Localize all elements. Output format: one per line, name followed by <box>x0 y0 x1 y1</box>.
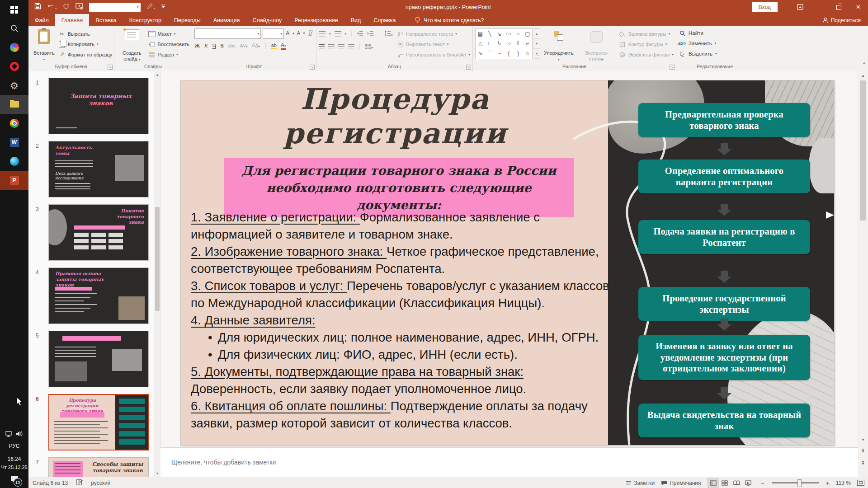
columns-icon[interactable]: ▾ <box>365 42 373 51</box>
slide-sorter-view-button[interactable] <box>719 478 731 488</box>
flow-step-5[interactable]: Изменеия в заявку или ответ на уведомлен… <box>638 335 810 380</box>
shape-effects-button[interactable]: Эффекты фигуры▾ <box>619 50 674 59</box>
font-name-combobox[interactable]: ▾ <box>194 28 261 39</box>
network-icon[interactable] <box>5 431 13 439</box>
start-slideshow-icon[interactable] <box>75 3 83 11</box>
restore-button[interactable] <box>829 0 849 14</box>
find-button[interactable]: Найти <box>679 28 751 38</box>
tab-Справка[interactable]: Справка <box>367 14 402 26</box>
quick-styles-button[interactable]: Экспресс-стили▾ <box>577 28 615 63</box>
align-center-icon[interactable] <box>328 44 335 49</box>
slide-thumbnail-4[interactable]: Правовая основа защиты товарных знаков <box>48 267 149 324</box>
powerpoint-button[interactable]: P <box>0 171 28 190</box>
shape-arrow-icon[interactable]: ↘ <box>495 29 504 38</box>
cut-button[interactable]: ✂Вырезать <box>58 29 113 38</box>
flow-step-2[interactable]: Определение оптимального варианта регист… <box>638 160 810 193</box>
fit-slide-to-window-button[interactable] <box>857 480 864 486</box>
shape-oval-icon[interactable]: ○ <box>514 29 523 38</box>
text-shadow-button[interactable]: S <box>220 42 223 49</box>
reset-button[interactable]: Восстановить <box>148 40 189 49</box>
login-button[interactable]: Вход <box>752 2 778 12</box>
clock-time[interactable]: 16:24 <box>7 456 21 462</box>
numbering-icon[interactable] <box>335 31 341 37</box>
shape-text-box-icon[interactable]: ▤ <box>476 29 485 38</box>
shape-right-arrow-icon[interactable]: ⇨ <box>504 38 514 48</box>
bullets-icon[interactable] <box>319 31 326 37</box>
app-icon-opera[interactable] <box>0 57 28 76</box>
notes-toggle-button[interactable]: Заметки <box>626 480 655 486</box>
shape-elbow-arrow-icon[interactable]: ↳ <box>495 38 504 48</box>
app-icon-colorful[interactable] <box>0 38 28 57</box>
font-dialog-launcher[interactable]: ↘ <box>310 65 315 70</box>
slideshow-view-button[interactable] <box>742 478 754 488</box>
decrease-font-button[interactable]: A▼ <box>297 28 306 38</box>
collapse-ribbon-icon[interactable]: ▲ <box>862 61 866 65</box>
highlight-color-button[interactable]: ab <box>271 42 277 49</box>
slide-thumbnail-3[interactable]: Понятие товарного знака <box>48 204 149 261</box>
tell-me-box[interactable]: Что вы хотите сделать? <box>415 14 484 26</box>
settings-button[interactable]: ⚙ <box>0 76 28 95</box>
app-icon-teal-button[interactable] <box>0 152 28 171</box>
tab-Слайд-шоу[interactable]: Слайд-шоу <box>246 14 288 26</box>
align-text-button[interactable]: Выровнять текст▾ <box>396 40 470 49</box>
zoom-slider[interactable] <box>772 482 819 483</box>
shape-triangle-icon[interactable]: △ <box>476 38 485 48</box>
save-icon[interactable] <box>34 3 41 11</box>
action-center-button[interactable]: 13 <box>10 476 19 484</box>
shape-rectangle-icon[interactable]: ▭ <box>504 29 514 38</box>
align-right-icon[interactable] <box>338 44 344 49</box>
tab-Переходы[interactable]: Переходы <box>168 14 207 26</box>
shape-rounded-rectangle-icon[interactable]: ▢ <box>523 29 533 38</box>
text-direction-button[interactable]: Направление текста▾ <box>396 29 470 38</box>
line-spacing-icon[interactable]: ▾ <box>384 30 393 38</box>
flow-step-4[interactable]: Проведение государственной экспертизы <box>638 287 810 321</box>
tab-Главная[interactable]: Главная <box>55 14 90 26</box>
previous-slide-button[interactable]: ▲▲ <box>858 446 868 455</box>
clear-formatting-button[interactable] <box>307 28 314 38</box>
clipboard-dialog-launcher[interactable]: ↘ <box>108 65 113 70</box>
change-case-button[interactable]: Aa▾ <box>252 42 260 49</box>
language-indicator[interactable]: РУС <box>9 443 19 449</box>
undo-icon[interactable]: ▾ <box>47 3 57 11</box>
select-button[interactable]: Выделить▾ <box>679 49 751 58</box>
slide-thumbnail-6[interactable]: Процедура регистрации товарного знака <box>48 394 149 450</box>
tab-Вид[interactable]: Вид <box>344 14 368 26</box>
shape-freeform-icon[interactable]: ⌐ <box>523 38 533 48</box>
file-explorer-button[interactable] <box>0 95 28 114</box>
qat-combobox[interactable]: ▾ <box>89 3 141 12</box>
normal-view-button[interactable] <box>707 478 719 488</box>
drawing-dialog-launcher[interactable]: ↘ <box>670 65 675 70</box>
character-spacing-button[interactable]: AV▾ <box>240 43 247 48</box>
bold-button[interactable]: Ж <box>194 42 200 49</box>
spell-check-icon[interactable] <box>76 479 83 487</box>
clock-date[interactable]: Чт 25.12.25 <box>1 465 27 470</box>
shape-right-brace-icon[interactable]: } <box>514 48 523 59</box>
justify-icon[interactable] <box>348 44 354 49</box>
redo-icon[interactable] <box>63 3 70 11</box>
align-left-icon[interactable] <box>319 44 325 49</box>
minimize-button[interactable] <box>810 0 829 14</box>
tab-Анимация[interactable]: Анимация <box>207 14 246 26</box>
next-slide-button[interactable]: ▼▼ <box>858 459 868 467</box>
increase-font-button[interactable]: A▲ <box>286 28 295 38</box>
layout-button[interactable]: Макет▾ <box>148 29 189 38</box>
slide-thumbnail-2[interactable]: Актуальность темыЦель данного исследован… <box>48 141 149 197</box>
zoom-in-button[interactable]: + <box>826 479 830 487</box>
shape-scribble-icon[interactable]: ∿ <box>476 48 485 59</box>
underline-button[interactable]: Ч <box>212 42 217 49</box>
search-icon[interactable] <box>0 19 28 38</box>
shapes-gallery[interactable]: ▤╲↘▭○▢△∟↳⇨⇩⌐∿⌒~{}☆ <box>475 28 533 59</box>
format-painter-button[interactable]: Формат по образцу <box>58 50 113 59</box>
shape-arc-icon[interactable]: ⌒ <box>485 48 495 59</box>
ribbon-display-options-icon[interactable] <box>790 0 810 14</box>
italic-button[interactable]: К <box>204 42 208 49</box>
shape-star-icon[interactable]: ☆ <box>523 48 533 59</box>
tab-Файл[interactable]: Файл <box>28 14 55 26</box>
slide-thumbnail-1[interactable]: Защита товарных знаков <box>48 78 149 134</box>
main-scrollbar[interactable]: ▲ ▼ ▲▲ ▼▼ <box>858 71 868 477</box>
slide-thumbnail-5[interactable] <box>48 331 149 387</box>
zoom-level[interactable]: 113 % <box>836 480 851 486</box>
shape-down-arrow-icon[interactable]: ⇩ <box>514 38 523 48</box>
copy-button[interactable]: Копировать▾ <box>58 40 113 49</box>
decrease-indent-icon[interactable] <box>357 30 363 38</box>
